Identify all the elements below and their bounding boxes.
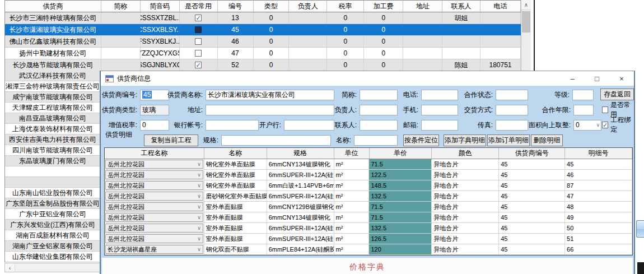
supplier-row[interactable]: 咸宁南玻节能玻璃有限公司: [5, 92, 100, 103]
detail-cell-project[interactable]: 岳州北控花园∨: [105, 234, 204, 244]
detail-cell-detail_no[interactable]: 46: [565, 170, 632, 180]
save-return-button[interactable]: 存盘返回: [600, 89, 634, 100]
detail-cell-supplier_no[interactable]: 45: [499, 202, 565, 212]
detail-cell-spec[interactable]: 6mmSUPER-III+12A(硅...: [267, 234, 334, 244]
detail-cell-spec[interactable]: 6mmSUPER-III+12A(硅...: [267, 170, 334, 180]
detail-cell-name[interactable]: 钢化室外单面贴膜: [204, 170, 267, 180]
detail-cell-detail_no[interactable]: 51: [565, 234, 632, 244]
detail-cell-name[interactable]: 室外单面贴膜: [204, 223, 267, 233]
bank-account-field[interactable]: [206, 120, 259, 131]
project-combo[interactable]: 岳州北控花园∨: [105, 234, 203, 243]
detail-cell-name[interactable]: 室外单面贴膜: [204, 212, 267, 222]
detail-cell-detail_no[interactable]: 45: [565, 159, 632, 169]
locate-by-condition-button[interactable]: 按条件定位: [403, 134, 439, 146]
detail-cell-color[interactable]: 异地合片: [432, 170, 499, 180]
detail-cell-project[interactable]: 岳州北控花园∨: [105, 202, 204, 212]
detail-cell-supplier_no[interactable]: 45: [499, 180, 565, 191]
email-field[interactable]: [421, 120, 458, 131]
detail-cell-detail_no[interactable]: 87: [565, 180, 632, 191]
leader-field[interactable]: [360, 105, 398, 115]
column-header-6[interactable]: 负责人: [289, 1, 327, 12]
detail-cell-price[interactable]: 126.5: [369, 234, 432, 244]
supplier-row[interactable]: 湖南广亚全铝家居有限公司: [5, 241, 100, 252]
supplier-no-field[interactable]: 45: [140, 90, 169, 100]
maximize-button[interactable]: □: [585, 71, 609, 86]
detail-cell-supplier_no[interactable]: 45: [499, 191, 565, 201]
detail-cell-supplier_no[interactable]: 45: [499, 244, 565, 254]
detail-cell-color[interactable]: 异地合片: [432, 180, 499, 191]
detail-cell-project[interactable]: 长沙龙湖祺鑫星座∨: [105, 244, 204, 254]
supplier-row[interactable]: 山东华建铝业集团有限公司: [5, 252, 100, 262]
detail-row[interactable]: 岳州北控花园∨室外单面贴膜6mmSUPER-III+12A(硅...m²132.…: [105, 223, 632, 234]
detail-cell-project[interactable]: 岳州北控花园∨: [105, 191, 204, 201]
detail-cell-project[interactable]: 岳州北控花园∨: [105, 180, 204, 191]
supplier-row[interactable]: 武汉亿泽科技有限公司: [5, 71, 100, 81]
detail-cell-unit[interactable]: m²: [334, 202, 370, 212]
project-combo[interactable]: 岳州北控花园∨: [105, 160, 203, 169]
detail-cell-supplier_no[interactable]: 45: [499, 170, 565, 180]
supplier-row[interactable]: 长沙市潇湘玻璃实业有限公司CSSXXBLSY...45000: [5, 24, 521, 36]
detail-row[interactable]: 长沙龙湖祺鑫星座∨钢化双面不贴膜6mmPLE84+12A(硅酮胶...m²120…: [105, 244, 632, 255]
detail-row[interactable]: 岳州北控花园∨钢化室外单面贴膜6mm白玻+1.14PVB+6mm...m²148…: [105, 180, 632, 191]
detail-cell-name[interactable]: 钢化室外单面贴膜: [204, 180, 267, 191]
supplier-row[interactable]: 东晶玻璃厦门有限公司: [5, 156, 100, 166]
detail-cell-unit[interactable]: m²: [334, 223, 370, 233]
detail-column-header-4[interactable]: 单价: [370, 148, 432, 159]
detail-cell-detail_no[interactable]: 50: [565, 223, 632, 233]
detail-cell-color[interactable]: 异地合片: [432, 234, 499, 244]
detail-cell-supplier_no[interactable]: 45: [499, 223, 565, 233]
project-combo[interactable]: 岳州北控花园∨: [105, 202, 203, 211]
suppliers-horizontal-scrollbar[interactable]: ‹: [4, 263, 100, 272]
column-header-7[interactable]: 税率: [327, 1, 364, 12]
phone-field[interactable]: [421, 90, 458, 100]
detail-cell-color[interactable]: 异地合片: [432, 159, 499, 169]
coop-years-field[interactable]: [573, 105, 594, 115]
detail-row[interactable]: 岳州北控花园∨室外单面贴膜6mmSUPER-III+12A(硅...m²126.…: [105, 234, 632, 244]
detail-cell-unit[interactable]: m²: [334, 212, 370, 222]
common-use-checkbox[interactable]: ✓: [195, 15, 202, 21]
detail-cell-project[interactable]: 岳州北控花园∨: [105, 212, 204, 222]
supplier-row[interactable]: 佛山市亿鑫玻璃科技有限公司FSSYXBLKJ...46000: [5, 36, 521, 48]
area-round-combo[interactable]: 0 ∨: [573, 120, 601, 131]
project-combo[interactable]: 岳州北控花园∨: [105, 192, 203, 201]
column-header-9[interactable]: 地址: [403, 1, 442, 12]
column-header-5[interactable]: 类型: [254, 1, 290, 12]
detail-cell-detail_no[interactable]: 48: [565, 202, 632, 212]
detail-column-header-6[interactable]: 供货商编号: [499, 148, 565, 159]
detail-cell-name[interactable]: 磨砂钢化室外单面贴膜: [204, 191, 267, 201]
detail-cell-project[interactable]: 岳州北控花园∨: [105, 159, 204, 169]
detail-cell-price[interactable]: 71.5: [369, 212, 432, 222]
detail-cell-detail_no[interactable]: 49: [565, 212, 632, 222]
supplier-row[interactable]: [5, 177, 100, 188]
column-header-4[interactable]: 编号: [218, 1, 254, 12]
detail-column-header-5[interactable]: 颜色: [432, 148, 499, 159]
detail-cell-price[interactable]: 71.5: [369, 159, 432, 169]
common-use-checkbox[interactable]: [195, 26, 202, 33]
supplier-row[interactable]: 湘潭三金特种玻璃有限责任公司: [5, 81, 100, 92]
detail-cell-detail_no[interactable]: 47: [565, 191, 632, 201]
detail-cell-color[interactable]: 异地合片: [432, 223, 499, 233]
detail-cell-color[interactable]: 异地合片: [432, 191, 499, 201]
detail-cell-unit[interactable]: m²: [334, 170, 370, 180]
abbr-field[interactable]: [360, 90, 398, 100]
project-combo[interactable]: 岳州北控花园∨: [105, 181, 203, 190]
detail-row[interactable]: 岳州北控花园∨钢化室外单面贴膜6mmSUPER-III+12A(硅...m²12…: [105, 170, 632, 180]
supplier-name-field[interactable]: 长沙市潇湘玻璃实业有限公司: [206, 90, 334, 100]
detail-cell-color[interactable]: 异地合片: [432, 202, 499, 212]
detail-cell-unit[interactable]: m²: [334, 191, 370, 201]
detail-cell-spec[interactable]: 6mmPLE84+12A(硅酮胶...: [267, 244, 334, 254]
column-header-3[interactable]: 是否常用: [180, 1, 218, 12]
common-use-checkbox[interactable]: ✓: [195, 62, 202, 68]
contact-field[interactable]: [360, 120, 398, 131]
detail-row[interactable]: 岳州北控花园∨磨砂钢化室外单面贴膜6mmSUPER-III+12A(硅...m²…: [105, 191, 632, 202]
detail-cell-price[interactable]: 122.5: [369, 170, 432, 180]
supplier-row[interactable]: 长沙市三湘特种玻璃有限公司CSSSXTZBL...✓13000胡姐: [5, 12, 521, 24]
suppliers-vertical-scrollbar[interactable]: ∧: [521, 0, 531, 72]
scroll-left-icon[interactable]: ‹: [5, 263, 15, 272]
detail-cell-unit[interactable]: m²: [334, 180, 370, 191]
column-header-2[interactable]: 简音码: [141, 1, 180, 12]
detail-cell-spec[interactable]: 6mm白玻+1.14PVB+6mm...: [267, 180, 334, 191]
detail-cell-project[interactable]: 岳州北控花园∨: [105, 223, 204, 233]
supplier-row[interactable]: 南昌亚晶玻璃有限公司: [5, 113, 100, 124]
detail-cell-spec[interactable]: 6mmCNY134镀膜钢化: [267, 212, 334, 222]
